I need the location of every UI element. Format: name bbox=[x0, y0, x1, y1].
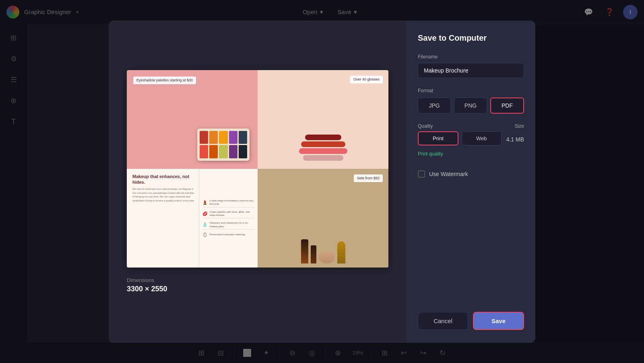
cancel-button[interactable]: Cancel bbox=[418, 312, 468, 330]
dims-value: 3300 × 2550 bbox=[127, 285, 388, 293]
product-row-4: 🪞 Personalized concealer matching. bbox=[202, 231, 254, 238]
preview-dims: Dimensions 3300 × 2550 bbox=[127, 277, 388, 293]
size-label: Size bbox=[515, 123, 524, 129]
watermark-row: Use Watermark bbox=[418, 166, 524, 178]
save-confirm-button[interactable]: Save bbox=[473, 312, 524, 330]
watermark-checkbox[interactable] bbox=[418, 170, 425, 178]
brochure-preview: Eyeshadow palettes starting at $30 bbox=[127, 70, 388, 268]
product-icon-1: 💄 bbox=[202, 200, 207, 205]
format-buttons: JPG PNG PDF bbox=[418, 97, 524, 114]
filename-label: Filename bbox=[418, 54, 524, 60]
br-items bbox=[301, 239, 345, 263]
modal-actions: Cancel Save bbox=[418, 302, 524, 330]
dims-label: Dimensions bbox=[127, 277, 388, 283]
product-icon-3: 🧴 bbox=[202, 222, 207, 227]
filename-input[interactable] bbox=[418, 63, 524, 78]
product-icon-2: 💋 bbox=[202, 212, 207, 216]
product-row-1: 💄 A wide range of foundation colors for … bbox=[202, 198, 254, 207]
size-section: Size bbox=[515, 123, 524, 129]
quality-buttons: Print Web bbox=[418, 131, 502, 145]
modal-title: Save to Computer bbox=[418, 33, 524, 43]
quality-print-button[interactable]: Print bbox=[418, 131, 458, 145]
modal-backdrop: Eyeshadow palettes starting at $30 bbox=[0, 0, 644, 363]
product-text-2: Cream lipsticks with shine, glitter, and… bbox=[209, 210, 254, 217]
brochure-quad-bl: Makeup that enhances, not hides. We want… bbox=[127, 169, 258, 268]
format-pdf-button[interactable]: PDF bbox=[490, 97, 524, 114]
format-png-button[interactable]: PNG bbox=[454, 97, 487, 114]
quality-label: Quality bbox=[418, 123, 510, 129]
bl-left: Makeup that enhances, not hides. We want… bbox=[127, 169, 199, 268]
quality-size-row: Quality Size bbox=[418, 123, 524, 129]
print-quality-link[interactable]: Print quality bbox=[418, 151, 524, 157]
lip-swipe-container bbox=[299, 135, 347, 161]
format-label: Format bbox=[418, 88, 524, 93]
brochure-body: We want to showcase your natural beauty,… bbox=[132, 187, 196, 203]
product-row-3: 🧴 Cleansers and moisturizers for a no-ma… bbox=[202, 220, 254, 230]
product-row-2: 💋 Cream lipsticks with shine, glitter, a… bbox=[202, 209, 254, 219]
product-text-3: Cleansers and moisturizers for a no-make… bbox=[209, 221, 254, 228]
tl-label: Eyeshadow palettes starting at $30 bbox=[133, 77, 196, 85]
product-text-1: A wide range of foundation colors for an… bbox=[209, 199, 254, 206]
modal-options: Save to Computer Filename Format JPG PNG… bbox=[407, 21, 535, 343]
brochure-quad-br: Sets from $50 bbox=[258, 169, 388, 268]
watermark-label: Use Watermark bbox=[429, 171, 468, 177]
product-icon-4: 🪞 bbox=[202, 232, 207, 237]
bl-right: 💄 A wide range of foundation colors for … bbox=[199, 169, 258, 268]
size-value: 4.1 MB bbox=[506, 136, 524, 143]
tr-label: Over 40 glosses bbox=[350, 76, 383, 84]
product-text-4: Personalized concealer matching. bbox=[209, 233, 246, 236]
save-modal: Eyeshadow palettes starting at $30 bbox=[109, 21, 535, 343]
brochure-quad-tr: Over 40 glosses bbox=[258, 70, 388, 169]
quality-section: Quality bbox=[418, 123, 510, 129]
modal-preview: Eyeshadow palettes starting at $30 bbox=[109, 21, 407, 343]
format-jpg-button[interactable]: JPG bbox=[418, 97, 451, 114]
br-label: Sets from $50 bbox=[354, 174, 383, 183]
quality-web-button[interactable]: Web bbox=[462, 131, 502, 145]
palette-visual bbox=[197, 129, 250, 161]
brochure-tagline: Makeup that enhances, not hides. bbox=[132, 174, 196, 185]
brochure-quad-tl: Eyeshadow palettes starting at $30 bbox=[127, 70, 258, 169]
